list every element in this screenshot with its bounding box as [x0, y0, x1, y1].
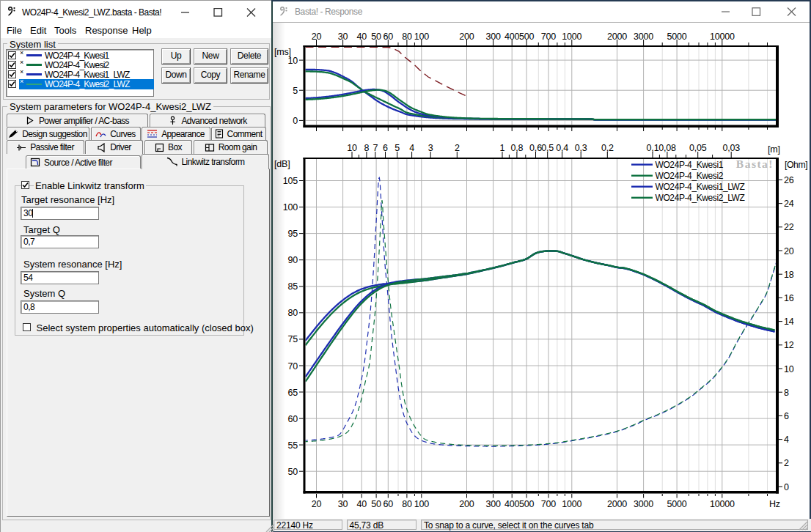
svg-text:14: 14	[784, 317, 794, 327]
svg-text:40: 40	[356, 499, 367, 509]
svg-text:Basta!: Basta!	[736, 158, 774, 170]
svg-text:24: 24	[784, 199, 794, 209]
svg-text:500: 500	[519, 499, 535, 509]
svg-text:2: 2	[455, 143, 460, 153]
svg-text:8: 8	[364, 143, 370, 153]
svg-text:0,1: 0,1	[647, 143, 659, 153]
svg-text:0: 0	[293, 116, 298, 126]
svg-text:80: 80	[402, 499, 412, 509]
svg-text:26: 26	[784, 175, 794, 185]
svg-text:6: 6	[784, 411, 789, 421]
svg-text:8: 8	[784, 388, 789, 398]
svg-text:80: 80	[402, 32, 412, 42]
svg-text:105: 105	[283, 176, 298, 186]
svg-text:10000: 10000	[710, 32, 735, 42]
svg-text:5000: 5000	[667, 499, 687, 509]
svg-text:60: 60	[384, 499, 394, 509]
svg-text:[Ohm]: [Ohm]	[785, 160, 807, 170]
svg-text:75: 75	[287, 334, 298, 344]
svg-text:55: 55	[287, 440, 298, 451]
svg-text:4: 4	[409, 143, 414, 153]
svg-text:18: 18	[784, 270, 794, 280]
svg-text:Hz: Hz	[769, 499, 780, 509]
svg-text:30: 30	[338, 499, 348, 509]
svg-text:700: 700	[541, 499, 557, 509]
svg-text:60: 60	[384, 32, 394, 42]
svg-text:WO24P-4_Kwesi1: WO24P-4_Kwesi1	[656, 160, 724, 170]
svg-text:WO24P-4_Kwesi1_LWZ: WO24P-4_Kwesi1_LWZ	[656, 182, 745, 192]
svg-text:10: 10	[347, 143, 357, 153]
svg-text:700: 700	[541, 32, 557, 42]
svg-text:70: 70	[287, 361, 298, 372]
svg-text:50: 50	[371, 32, 381, 42]
svg-text:10: 10	[784, 364, 794, 374]
svg-text:85: 85	[287, 281, 298, 292]
svg-text:7: 7	[373, 143, 378, 153]
svg-text:1: 1	[500, 143, 505, 153]
svg-text:90: 90	[287, 255, 298, 265]
svg-text:WO24P-4_Kwesi2: WO24P-4_Kwesi2	[656, 171, 724, 181]
svg-text:400: 400	[504, 32, 520, 42]
svg-text:6: 6	[383, 143, 388, 153]
svg-text:3000: 3000	[634, 499, 653, 509]
svg-text:3: 3	[428, 143, 433, 153]
svg-text:4: 4	[784, 435, 789, 445]
svg-text:400: 400	[504, 499, 520, 509]
svg-text:100: 100	[283, 202, 298, 213]
svg-text:300: 300	[485, 32, 501, 42]
svg-text:0,05: 0,05	[689, 143, 707, 153]
svg-text:0,4: 0,4	[556, 143, 568, 153]
svg-text:5: 5	[293, 86, 298, 96]
svg-text:0,08: 0,08	[658, 143, 676, 153]
svg-text:5000: 5000	[667, 32, 687, 42]
svg-text:65: 65	[287, 388, 298, 398]
svg-text:WO24P-4_Kwesi2_LWZ: WO24P-4_Kwesi2_LWZ	[656, 193, 745, 203]
svg-text:95: 95	[287, 229, 298, 239]
svg-text:2: 2	[784, 458, 789, 468]
svg-text:40: 40	[356, 32, 367, 42]
svg-text:2000: 2000	[607, 499, 627, 509]
svg-text:0: 0	[784, 482, 789, 492]
svg-text:50: 50	[287, 467, 298, 477]
svg-text:100: 100	[414, 499, 430, 509]
svg-text:100: 100	[414, 32, 430, 42]
svg-text:200: 200	[459, 32, 474, 42]
svg-text:0,3: 0,3	[575, 143, 587, 153]
svg-text:50: 50	[371, 499, 381, 509]
svg-text:30: 30	[338, 32, 348, 42]
svg-text:20: 20	[312, 32, 322, 42]
svg-text:22: 22	[784, 222, 794, 232]
svg-text:0,2: 0,2	[601, 143, 614, 153]
svg-text:[m]: [m]	[768, 144, 780, 155]
svg-text:60: 60	[287, 414, 298, 424]
svg-text:300: 300	[485, 499, 501, 509]
svg-text:80: 80	[287, 308, 298, 318]
svg-text:12: 12	[784, 340, 794, 350]
svg-text:20: 20	[312, 499, 322, 509]
svg-text:20: 20	[784, 246, 794, 256]
svg-text:1000: 1000	[562, 32, 581, 42]
svg-text:16: 16	[784, 293, 794, 303]
svg-text:10: 10	[287, 56, 298, 66]
svg-text:0,03: 0,03	[722, 143, 740, 153]
svg-text:0,8: 0,8	[511, 143, 524, 153]
svg-text:0,5: 0,5	[541, 143, 554, 153]
svg-text:5: 5	[395, 143, 400, 153]
svg-text:10000: 10000	[710, 499, 735, 509]
svg-text:2000: 2000	[607, 32, 627, 42]
svg-text:200: 200	[459, 499, 474, 509]
svg-text:3000: 3000	[634, 32, 653, 42]
svg-text:500: 500	[519, 32, 535, 42]
svg-text:1000: 1000	[562, 499, 581, 509]
svg-text:0,6: 0,6	[529, 143, 542, 153]
